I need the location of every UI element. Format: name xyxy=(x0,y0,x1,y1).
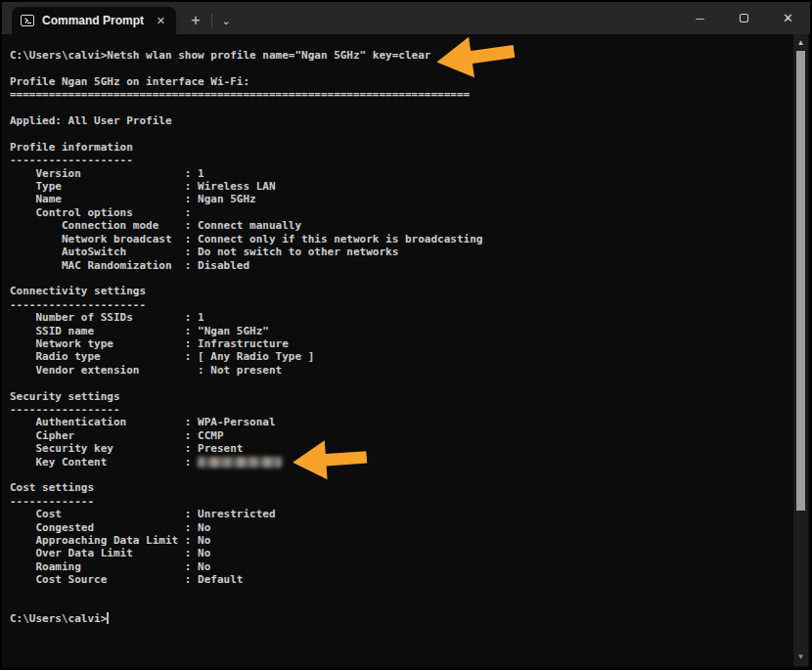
close-button[interactable]: ✕ xyxy=(766,2,810,34)
titlebar: Command Prompt ✕ + ⌄ ─ ✕ xyxy=(2,2,810,34)
chevron-down-icon: ⌄ xyxy=(221,15,230,27)
prompt-line: C:\Users\calvi> xyxy=(10,612,789,625)
scroll-up-icon[interactable]: ▲ xyxy=(793,37,808,49)
tab-close-icon[interactable]: ✕ xyxy=(155,14,167,28)
terminal-output-top: C:\Users\calvi>Netsh wlan show profile n… xyxy=(10,49,789,456)
minimize-icon: ─ xyxy=(696,12,704,25)
close-icon: ✕ xyxy=(783,11,793,25)
scrollbar[interactable]: ▲ ▼ xyxy=(793,34,808,666)
maximize-button[interactable] xyxy=(722,2,766,34)
command-prompt-icon xyxy=(21,15,34,26)
scroll-down-icon[interactable]: ▼ xyxy=(793,651,808,663)
tabbar-divider xyxy=(211,14,212,27)
terminal-window: Command Prompt ✕ + ⌄ ─ ✕ C:\Users\calvi>… xyxy=(0,0,812,670)
window-controls: ─ ✕ xyxy=(678,2,810,34)
maximize-icon xyxy=(740,14,748,22)
tab-command-prompt[interactable]: Command Prompt ✕ xyxy=(12,7,176,34)
key-content-line: Key Content : xyxy=(10,456,789,469)
text-cursor xyxy=(107,612,109,624)
minimize-button[interactable]: ─ xyxy=(678,2,722,34)
key-content-label: Key Content : xyxy=(10,456,198,469)
tab-dropdown-button[interactable]: ⌄ xyxy=(214,7,238,34)
prompt-text: C:\Users\calvi> xyxy=(10,612,107,625)
terminal-screen[interactable]: C:\Users\calvi>Netsh wlan show profile n… xyxy=(10,49,789,668)
key-content-redacted-value xyxy=(198,457,282,468)
plus-icon: + xyxy=(191,12,200,29)
new-tab-button[interactable]: + xyxy=(182,7,209,34)
scrollbar-thumb[interactable] xyxy=(796,51,805,511)
terminal-output-bottom: Cost settings ------------- Cost : Unres… xyxy=(10,469,789,587)
prompt-underscore-shape xyxy=(27,22,31,23)
tab-title: Command Prompt xyxy=(42,14,147,27)
annotation-arrow-key-content-icon xyxy=(291,434,368,484)
